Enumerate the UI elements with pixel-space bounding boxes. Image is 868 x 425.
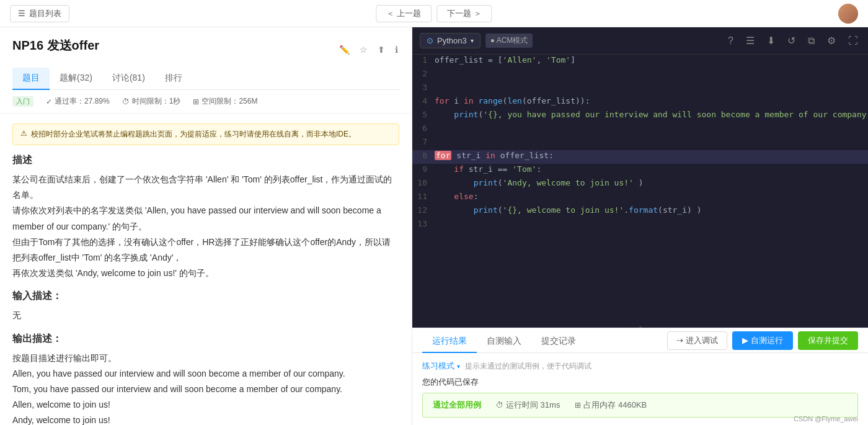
description-text: 某公司在面试结束后，创建了一个依次包含字符串 'Allen' 和 'Tom' 的… [12, 172, 399, 281]
success-result: 通过全部用例 ⏱ 运行时间 31ms ⊞ 占用内存 4460KB [422, 393, 858, 418]
checkmark-icon: ✓ [46, 97, 52, 106]
info-icon[interactable]: ℹ [394, 43, 399, 56]
acm-badge: ● ACM模式 [485, 34, 533, 48]
nav-right [838, 4, 858, 24]
code-line-6: 6 [412, 123, 868, 136]
right-panel: ⊙ Python3 ▾ ● ACM模式 ? ☰ ⬇ ↺ ⧉ ⚙ ⛶ [412, 27, 868, 425]
tab-self-test[interactable]: 自测输入 [477, 328, 531, 353]
code-line-10: 10 print('Andy, welcome to join us!' ) [412, 177, 868, 191]
problem-header: NP16 发送offer ✏️ ☆ ⬆ ℹ 题目 题解(32) 讨论(81) 排… [0, 27, 412, 90]
memory-icon: ⊞ [193, 97, 199, 106]
code-line-7: 7 [412, 136, 868, 150]
share-icon[interactable]: ⬆ [376, 43, 386, 56]
tab-discuss[interactable]: 讨论(81) [102, 68, 155, 90]
refresh-icon[interactable]: ↺ [785, 32, 798, 49]
code-line-1: 1 offer_list = ['Allen', 'Tom'] [412, 55, 868, 68]
debug-button[interactable]: ⇢ 进入调试 [667, 331, 727, 350]
tab-submit-history[interactable]: 提交记录 [531, 328, 586, 353]
code-line-12: 12 print('{}, welcome to join us!'.forma… [412, 205, 868, 218]
result-content: 练习模式 ▾ 提示未通过的测试用例，便于代码调试 您的代码已保存 通过全部用例 … [412, 353, 868, 425]
tab-solution[interactable]: 题解(32) [50, 68, 102, 90]
space-limit: ⊞ 空间限制：256M [193, 96, 257, 107]
copy-icon[interactable]: ⧉ [805, 33, 817, 49]
top-navigation: ☰ 题目列表 ＜ 上一题 下一题 ＞ [0, 0, 868, 27]
code-line-5: 5 print('{}, you have passed our intervi… [412, 109, 868, 123]
fullscreen-icon[interactable]: ⛶ [846, 33, 861, 49]
language-selector[interactable]: ⊙ Python3 ▾ [420, 33, 480, 48]
clock-icon: ⏱ [496, 401, 503, 409]
problem-title: NP16 发送offer [12, 37, 99, 54]
memory-stat: ⊞ 占用内存 4460KB [575, 400, 647, 411]
play-icon: ▶ [742, 336, 748, 345]
left-panel: NP16 发送offer ✏️ ☆ ⬆ ℹ 题目 题解(32) 讨论(81) 排… [0, 27, 412, 425]
code-line-4: 4 for i in range(len(offer_list)): [412, 96, 868, 109]
nav-arrows: ＜ 上一题 下一题 ＞ [376, 5, 492, 22]
tab-run-result[interactable]: 运行结果 [422, 328, 477, 353]
run-time-stat: ⏱ 运行时间 31ms [496, 400, 560, 411]
problem-list-button[interactable]: ☰ 题目列表 [10, 5, 69, 22]
warning-icon: ⚠ [20, 129, 27, 138]
pass-badge: 通过全部用例 [433, 400, 481, 411]
clock-icon: ⏱ [122, 97, 130, 106]
problem-meta: 入门 ✓ 通过率：27.89% ⏱ 时间限制：1秒 ⊞ 空间限制：256M [0, 90, 412, 114]
avatar[interactable] [838, 4, 858, 24]
list-icon[interactable]: ☰ [743, 32, 757, 49]
save-submit-button[interactable]: 保存并提交 [798, 331, 858, 350]
resize-handle[interactable]: ⌄ [412, 323, 868, 328]
settings-icon[interactable]: ⚙ [825, 32, 838, 49]
code-line-11: 11 else: [412, 191, 868, 205]
tab-rank[interactable]: 排行 [155, 68, 192, 90]
pass-rate: ✓ 通过率：27.89% [46, 96, 110, 107]
bottom-actions: ⇢ 进入调试 ▶ 自测运行 保存并提交 [667, 331, 858, 350]
practice-mode-label[interactable]: 练习模式 ▾ [422, 360, 460, 372]
input-title: 输入描述： [12, 290, 399, 303]
list-icon: ☰ [18, 9, 25, 18]
main-content: NP16 发送offer ✏️ ☆ ⬆ ℹ 题目 题解(32) 讨论(81) 排… [0, 27, 868, 425]
saved-message: 您的代码已保存 [422, 377, 858, 388]
problem-tabs: 题目 题解(32) 讨论(81) 排行 [12, 68, 399, 90]
help-icon[interactable]: ? [725, 33, 736, 49]
star-icon[interactable]: ☆ [358, 43, 369, 56]
code-area[interactable]: 1 offer_list = ['Allen', 'Tom'] 2 3 4 fo… [412, 55, 868, 323]
edit-icon[interactable]: ✏️ [338, 43, 351, 56]
time-limit: ⏱ 时间限制：1秒 [122, 96, 181, 107]
practice-hint: 提示未通过的测试用例，便于代码调试 [465, 361, 591, 372]
editor-header: ⊙ Python3 ▾ ● ACM模式 ? ☰ ⬇ ↺ ⧉ ⚙ ⛶ [412, 27, 868, 55]
python-icon: ⊙ [427, 36, 433, 45]
bottom-panel: 运行结果 自测输入 提交记录 ⇢ 进入调试 ▶ 自测运行 保存并提交 [412, 328, 868, 425]
debug-icon: ⇢ [676, 336, 683, 345]
code-line-3: 3 [412, 82, 868, 96]
code-editor[interactable]: 1 offer_list = ['Allen', 'Tom'] 2 3 4 fo… [412, 55, 868, 323]
prev-problem-button[interactable]: ＜ 上一题 [376, 5, 432, 22]
problem-icons: ✏️ ☆ ⬆ ℹ [338, 43, 399, 56]
footer-credit: CSDN @Flyme_awei [794, 415, 858, 423]
practice-mode: 练习模式 ▾ 提示未通过的测试用例，便于代码调试 [422, 360, 858, 372]
memory-icon: ⊞ [575, 401, 581, 409]
code-line-9: 9 if str_i == 'Tom': [412, 164, 868, 177]
bottom-tabs: 运行结果 自测输入 提交记录 ⇢ 进入调试 ▶ 自测运行 保存并提交 [412, 328, 868, 353]
output-text: 按题目描述进行输出即可。 Allen, you have passed our … [12, 351, 399, 426]
download-icon[interactable]: ⬇ [764, 32, 777, 49]
run-button[interactable]: ▶ 自测运行 [732, 331, 793, 350]
editor-actions: ? ☰ ⬇ ↺ ⧉ ⚙ ⛶ [725, 32, 861, 49]
code-line-2: 2 [412, 68, 868, 82]
warning-bar: ⚠ 校招时部分企业笔试将禁止编程题跳出页面，为提前适应，练习时请使用在线自离，而… [12, 123, 399, 145]
dropdown-icon: ▾ [471, 37, 474, 44]
code-line-13: 13 [412, 218, 868, 232]
problem-content: ⚠ 校招时部分企业笔试将禁止编程题跳出页面，为提前适应，练习时请使用在线自离，而… [0, 114, 412, 425]
tab-description[interactable]: 题目 [12, 68, 50, 90]
output-title: 输出描述： [12, 333, 399, 346]
next-problem-button[interactable]: 下一题 ＞ [436, 5, 492, 22]
description-title: 描述 [12, 154, 399, 167]
difficulty-badge: 入门 [12, 96, 33, 107]
code-line-8: 8 for str_i in offer_list: [412, 150, 868, 164]
input-text: 无 [12, 308, 399, 323]
dropdown-icon: ▾ [457, 363, 460, 370]
